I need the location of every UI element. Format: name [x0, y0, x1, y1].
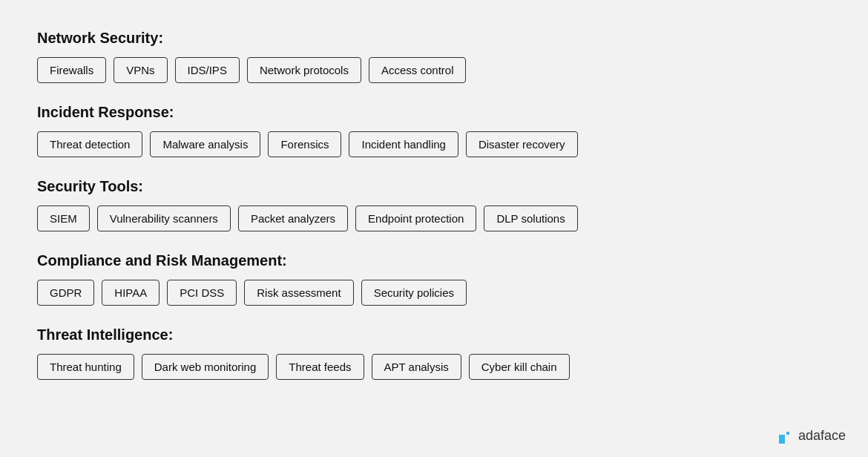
tag-firewalls[interactable]: Firewalls	[37, 57, 106, 83]
section-incident-response: Incident Response:Threat detectionMalwar…	[37, 104, 831, 157]
tag-disaster-recovery[interactable]: Disaster recovery	[466, 131, 578, 157]
tag-network-protocols[interactable]: Network protocols	[247, 57, 361, 83]
adaface-logo-icon	[779, 429, 794, 444]
section-threat-intelligence: Threat Intelligence:Threat huntingDark w…	[37, 326, 831, 380]
tags-row-threat-intelligence: Threat huntingDark web monitoringThreat …	[37, 354, 831, 380]
tag-vpns[interactable]: VPNs	[114, 57, 167, 83]
tag-threat-feeds[interactable]: Threat feeds	[276, 354, 364, 380]
tag-packet-analyzers[interactable]: Packet analyzers	[238, 206, 348, 231]
tag-cyber-kill-chain[interactable]: Cyber kill chain	[469, 354, 570, 380]
section-network-security: Network Security:FirewallsVPNsIDS/IPSNet…	[37, 30, 831, 83]
main-content: Network Security:FirewallsVPNsIDS/IPSNet…	[0, 0, 868, 423]
svg-rect-1	[786, 432, 789, 435]
tag-endpoint-protection[interactable]: Endpoint protection	[355, 206, 476, 231]
tag-forensics[interactable]: Forensics	[268, 131, 341, 157]
tag-dark-web-monitoring[interactable]: Dark web monitoring	[142, 354, 269, 380]
tag-incident-handling[interactable]: Incident handling	[349, 131, 458, 157]
logo-area: adaface	[779, 428, 846, 444]
tag-threat-detection[interactable]: Threat detection	[37, 131, 142, 157]
section-title-incident-response: Incident Response:	[37, 104, 831, 121]
tag-malware-analysis[interactable]: Malware analysis	[150, 131, 260, 157]
section-compliance-risk: Compliance and Risk Management:GDPRHIPAA…	[37, 252, 831, 306]
section-title-network-security: Network Security:	[37, 30, 831, 47]
tag-siem[interactable]: SIEM	[37, 206, 90, 231]
tags-row-network-security: FirewallsVPNsIDS/IPSNetwork protocolsAcc…	[37, 57, 831, 83]
tags-row-incident-response: Threat detectionMalware analysisForensic…	[37, 131, 831, 157]
tag-security-policies[interactable]: Security policies	[361, 280, 467, 306]
tag-idsips[interactable]: IDS/IPS	[175, 57, 240, 83]
tag-pci-dss[interactable]: PCI DSS	[167, 280, 237, 306]
tag-hipaa[interactable]: HIPAA	[102, 280, 160, 306]
tag-dlp-solutions[interactable]: DLP solutions	[484, 206, 577, 231]
tag-threat-hunting[interactable]: Threat hunting	[37, 354, 134, 380]
tag-access-control[interactable]: Access control	[369, 57, 467, 83]
section-security-tools: Security Tools:SIEMVulnerability scanner…	[37, 178, 831, 231]
section-title-security-tools: Security Tools:	[37, 178, 831, 195]
section-title-threat-intelligence: Threat Intelligence:	[37, 326, 831, 343]
tags-row-security-tools: SIEMVulnerability scannersPacket analyze…	[37, 206, 831, 231]
section-title-compliance-risk: Compliance and Risk Management:	[37, 252, 831, 269]
tag-gdpr[interactable]: GDPR	[37, 280, 94, 306]
logo-text: adaface	[798, 428, 846, 444]
tags-row-compliance-risk: GDPRHIPAAPCI DSSRisk assessmentSecurity …	[37, 280, 831, 306]
tag-vulnerability-scanners[interactable]: Vulnerability scanners	[97, 206, 231, 231]
svg-rect-0	[779, 435, 785, 444]
tag-risk-assessment[interactable]: Risk assessment	[244, 280, 353, 306]
tag-apt-analysis[interactable]: APT analysis	[372, 354, 461, 380]
